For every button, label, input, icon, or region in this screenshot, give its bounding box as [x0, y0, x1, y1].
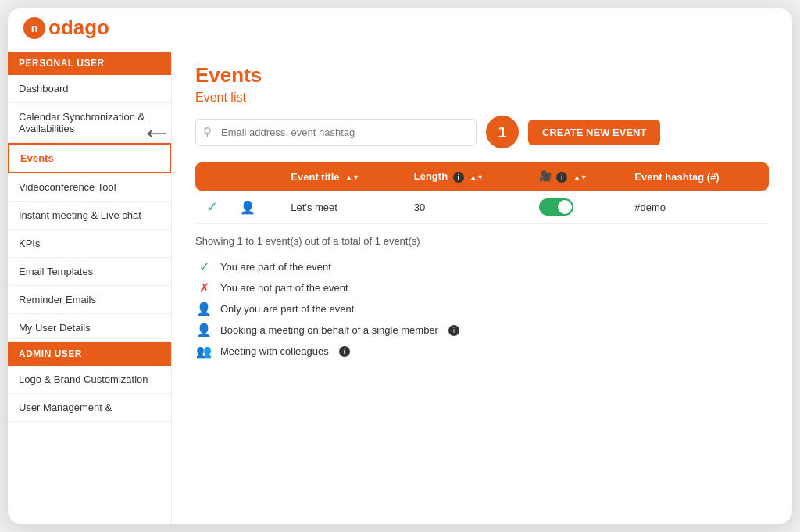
person-icon: 👤 — [240, 201, 255, 214]
sort-arrows-title[interactable]: ▲▼ — [345, 173, 359, 181]
info-badge-video: i — [556, 172, 567, 183]
legend-item-person-single: 👤 Only you are part of the event — [195, 302, 769, 316]
table-cell-video[interactable] — [528, 191, 624, 224]
table-header-hashtag: Event hashtag (#) — [623, 162, 769, 191]
logo-icon: n — [23, 17, 45, 39]
table-header-length[interactable]: Length i ▲▼ — [403, 162, 528, 191]
legend-label-person-single: Only you are part of the event — [220, 303, 354, 315]
table-cell-length: 30 — [403, 191, 528, 224]
sidebar-item-reminder-emails[interactable]: Reminder Emails — [8, 286, 171, 314]
check-icon: ✓ — [206, 199, 218, 215]
showing-text: Showing 1 to 1 event(s) out of a total o… — [195, 235, 769, 247]
top-bar: n odago — [8, 8, 792, 48]
legend-label-person-info: Booking a meeting on behalf of a single … — [220, 324, 438, 336]
legend-item-person-info: 👤 Booking a meeting on behalf of a singl… — [195, 323, 769, 337]
info-badge-length: i — [453, 172, 464, 183]
camera-icon: 🎥 — [539, 170, 552, 182]
legend-item-person-group: 👥 Meeting with colleagues i — [195, 344, 769, 359]
events-table: Event title ▲▼ Length i ▲▼ 🎥 i — [195, 162, 769, 224]
legend-item-cross: ✗ You are not part of the event — [195, 280, 769, 295]
info-badge-booking: i — [448, 325, 459, 336]
table-cell-status: ✓ — [195, 191, 229, 224]
legend-item-check: ✓ You are part of the event — [195, 259, 769, 274]
table-cell-hashtag: #demo — [623, 191, 769, 224]
sidebar-item-videoconference[interactable]: Videoconference Tool — [8, 173, 171, 202]
logo: n odago — [23, 16, 109, 40]
logo-text: odago — [48, 16, 109, 40]
legend-person-info-icon: 👤 — [195, 323, 212, 337]
legend-person-single-icon: 👤 — [195, 302, 212, 316]
sidebar-item-logo-brand[interactable]: Logo & Brand Customization — [8, 366, 171, 394]
table-header-status — [195, 162, 229, 191]
sidebar-section-personal: PERSONAL USER — [8, 52, 171, 75]
table-cell-person: 👤 — [229, 191, 280, 224]
table-header-event-title[interactable]: Event title ▲▼ — [280, 162, 402, 191]
sidebar-item-user-management[interactable]: User Management & — [8, 394, 171, 422]
main-content: Events Event list ← ⚲ 1 CREATE NEW EVENT — [172, 48, 792, 524]
sidebar-section-admin: ADMIN USER — [8, 342, 171, 366]
sort-arrows-video[interactable]: ▲▼ — [573, 173, 588, 181]
sort-arrows-length[interactable]: ▲▼ — [470, 173, 484, 181]
step-badge: 1 — [486, 116, 519, 148]
video-toggle[interactable] — [539, 198, 573, 216]
search-wrapper: ⚲ — [195, 119, 477, 146]
sidebar-item-dashboard[interactable]: Dashboard — [8, 75, 171, 103]
app-container: n odago PERSONAL USER Dashboard Calendar… — [8, 8, 792, 524]
sidebar-item-my-user-details[interactable]: My User Details — [8, 314, 171, 342]
sidebar-item-instant-meeting[interactable]: Instant meeting & Live chat — [8, 202, 171, 230]
section-subtitle: Event list — [195, 91, 769, 105]
arrow-indicator: ← — [141, 115, 172, 150]
legend-check-icon: ✓ — [195, 259, 212, 274]
table-cell-title[interactable]: Let's meet — [280, 191, 402, 224]
search-input[interactable] — [195, 119, 477, 146]
table-row: ✓ 👤 Let's meet 30 #demo — [195, 191, 769, 224]
legend-cross-icon: ✗ — [195, 280, 212, 295]
create-event-button[interactable]: CREATE NEW EVENT — [528, 120, 660, 145]
sidebar-item-email-templates[interactable]: Email Templates — [8, 258, 171, 286]
legend-person-group-icon: 👥 — [195, 344, 212, 359]
legend-label-check: You are part of the event — [220, 261, 331, 273]
table-header-video[interactable]: 🎥 i ▲▼ — [528, 162, 624, 191]
legend-label-cross: You are not part of the event — [220, 282, 348, 294]
search-icon: ⚲ — [203, 125, 212, 139]
table-header-person — [229, 162, 280, 191]
main-layout: PERSONAL USER Dashboard Calendar Synchro… — [8, 48, 792, 524]
page-title: Events — [195, 63, 769, 87]
sidebar-item-kpis[interactable]: KPIs — [8, 230, 171, 258]
search-bar-row: ⚲ 1 CREATE NEW EVENT — [195, 116, 769, 148]
legend: ✓ You are part of the event ✗ You are no… — [195, 259, 769, 359]
info-badge-colleagues: i — [339, 346, 350, 357]
legend-label-person-group: Meeting with colleagues — [220, 345, 329, 357]
